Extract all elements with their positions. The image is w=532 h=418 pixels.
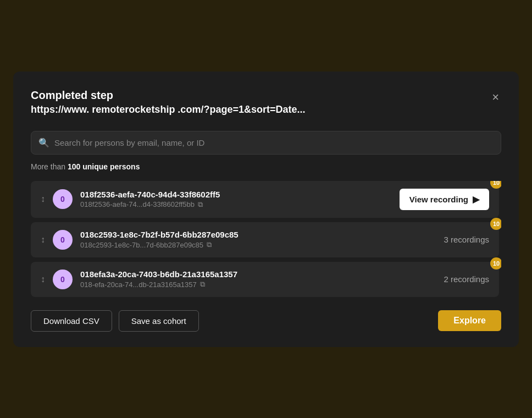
person-action: 2 recordings: [444, 274, 489, 284]
person-sub-id: 018c2593-1e8c-7b...7d-6bb287e09c85: [80, 241, 203, 249]
search-icon: 🔍: [38, 138, 49, 148]
copy-icon[interactable]: ⧉: [200, 280, 205, 289]
person-info: 018f2536-aefa-740c-94d4-33f8602ff5 018f2…: [80, 190, 392, 209]
avatar: 0: [53, 270, 73, 289]
explore-button[interactable]: Explore: [438, 310, 501, 331]
play-icon: ▶: [473, 194, 479, 205]
modal-header: Completed step https://www. remoterocket…: [31, 89, 501, 116]
download-csv-button[interactable]: Download CSV: [31, 310, 112, 332]
modal-footer: Download CSV Save as cohort Explore: [31, 310, 501, 332]
recordings-count: 3 recordings: [444, 235, 489, 244]
search-wrapper: 🔍: [31, 131, 501, 155]
person-info: 018efa3a-20ca-7403-b6db-21a3165a1357 018…: [80, 270, 436, 289]
person-id: 018c2593-1e8c-7b2f-b57d-6bb287e09c85: [80, 230, 436, 239]
table-row: 10 ↕ 0 018efa3a-20ca-7403-b6db-21a3165a1…: [31, 262, 499, 297]
copy-icon[interactable]: ⧉: [198, 200, 203, 209]
avatar: 0: [53, 189, 73, 209]
person-info: 018c2593-1e8c-7b2f-b57d-6bb287e09c85 018…: [80, 230, 436, 249]
person-id: 018efa3a-20ca-7403-b6db-21a3165a1357: [80, 270, 436, 279]
modal-title: Completed step: [31, 89, 305, 102]
person-sub: 018-efa-20ca-74...db-21a3165a1357 ⧉: [80, 280, 436, 289]
footer-left: Download CSV Save as cohort: [31, 310, 199, 332]
sort-icon[interactable]: ↕: [41, 274, 45, 284]
copy-icon[interactable]: ⧉: [207, 240, 212, 249]
persons-list: 10 ↕ 0 018f2536-aefa-740c-94d4-33f8602ff…: [31, 181, 501, 297]
recordings-count: 2 recordings: [444, 274, 489, 284]
close-button[interactable]: ×: [490, 89, 501, 106]
badge-count: 10: [490, 218, 501, 230]
persons-count: More than 100 unique persons: [31, 162, 501, 171]
badge-count: 10: [490, 257, 501, 270]
view-recording-label: View recording: [409, 195, 468, 204]
person-sub-id: 018f2536-aefa-74...d4-33f8602ff5bb: [80, 200, 195, 208]
table-row: 10 ↕ 0 018f2536-aefa-740c-94d4-33f8602ff…: [31, 181, 499, 218]
modal-title-block: Completed step https://www. remoterocket…: [31, 89, 305, 116]
person-action: 3 recordings: [444, 235, 489, 245]
modal-url: https://www. remoterocketship .com/?page…: [31, 104, 305, 116]
avatar: 0: [53, 230, 73, 250]
view-recording-button[interactable]: View recording ▶: [400, 189, 489, 210]
save-as-cohort-button[interactable]: Save as cohort: [119, 310, 199, 332]
person-sub: 018c2593-1e8c-7b...7d-6bb287e09c85 ⧉: [80, 240, 436, 249]
table-row: 10 ↕ 0 018c2593-1e8c-7b2f-b57d-6bb287e09…: [31, 222, 499, 257]
person-sub-id: 018-efa-20ca-74...db-21a3165a1357: [80, 280, 197, 289]
person-id: 018f2536-aefa-740c-94d4-33f8602ff5: [80, 190, 392, 199]
sort-icon[interactable]: ↕: [41, 235, 45, 245]
sort-icon[interactable]: ↕: [41, 194, 45, 204]
person-sub: 018f2536-aefa-74...d4-33f8602ff5bb ⧉: [80, 200, 392, 209]
search-input[interactable]: [31, 131, 501, 155]
modal: Completed step https://www. remoterocket…: [13, 72, 519, 347]
badge-count: 10: [490, 181, 501, 189]
person-action: View recording ▶: [400, 189, 489, 210]
